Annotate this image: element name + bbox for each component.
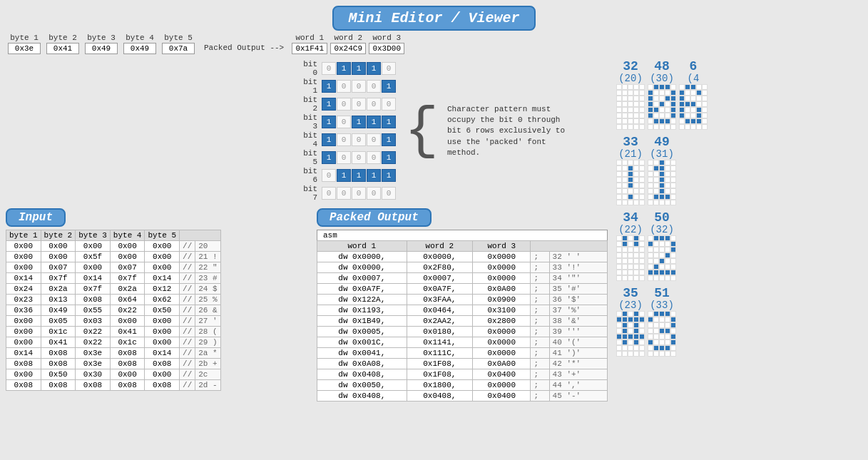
bit-cell-3-0[interactable]: 1 xyxy=(322,116,336,128)
output-cell-11-0[interactable]: dw 0x0408, xyxy=(317,369,407,380)
output-cell-6-1[interactable]: 0x2AA2, xyxy=(407,316,472,327)
input-cell-7-3[interactable]: 0x00 xyxy=(110,316,145,327)
input-cell-13-4[interactable]: 0x08 xyxy=(145,380,180,391)
bit-cell-2-0[interactable]: 1 xyxy=(322,98,336,111)
input-cell-7-0[interactable]: 0x00 xyxy=(6,316,41,327)
input-cell-2-1[interactable]: 0x07 xyxy=(41,262,76,273)
bit-cell-3-3[interactable]: 1 xyxy=(367,116,381,128)
bit-cell-0-3[interactable]: 1 xyxy=(367,62,381,75)
output-cell-3-0[interactable]: dw 0x0A7F, xyxy=(317,284,407,295)
bit-cell-2-2[interactable]: 0 xyxy=(352,98,366,111)
word2-value[interactable]: 0x24C9 xyxy=(330,43,366,54)
output-cell-9-2[interactable]: 0x0000 xyxy=(473,348,531,359)
output-cell-8-2[interactable]: 0x0000 xyxy=(473,337,531,348)
output-cell-13-2[interactable]: 0x0400 xyxy=(473,391,531,402)
bit-cell-6-2[interactable]: 1 xyxy=(352,169,366,182)
input-cell-4-4[interactable]: 0x12 xyxy=(145,284,180,295)
output-cell-4-2[interactable]: 0x0900 xyxy=(473,295,531,305)
output-cell-10-1[interactable]: 0x1F08, xyxy=(407,359,472,369)
input-cell-1-4[interactable]: 0x00 xyxy=(145,252,180,262)
input-cell-8-0[interactable]: 0x00 xyxy=(6,327,41,337)
input-cell-2-2[interactable]: 0x00 xyxy=(76,262,111,273)
bit-cell-7-4[interactable]: 0 xyxy=(382,187,396,200)
input-cell-13-3[interactable]: 0x08 xyxy=(110,380,145,391)
bit-cell-1-4[interactable]: 1 xyxy=(382,80,396,93)
byte5-value[interactable]: 0x7a xyxy=(162,43,195,54)
input-cell-1-0[interactable]: 0x00 xyxy=(6,252,41,262)
bit-cell-6-1[interactable]: 1 xyxy=(337,169,351,182)
input-cell-3-1[interactable]: 0x7f xyxy=(41,273,76,284)
output-cell-11-1[interactable]: 0x1F08, xyxy=(407,369,472,380)
bit-cell-1-1[interactable]: 0 xyxy=(337,80,351,93)
input-cell-11-0[interactable]: 0x08 xyxy=(6,359,41,369)
input-cell-11-1[interactable]: 0x08 xyxy=(41,359,76,369)
input-cell-3-0[interactable]: 0x14 xyxy=(6,273,41,284)
output-cell-1-0[interactable]: dw 0x0000, xyxy=(317,262,407,273)
output-cell-7-2[interactable]: 0x0000 xyxy=(473,327,531,337)
input-cell-1-2[interactable]: 0x5f xyxy=(76,252,111,262)
output-cell-8-0[interactable]: dw 0x001C, xyxy=(317,337,407,348)
word3-value[interactable]: 0x3D00 xyxy=(369,43,404,54)
bit-cell-5-0[interactable]: 1 xyxy=(322,151,336,164)
output-cell-13-1[interactable]: 0x0408, xyxy=(407,391,472,402)
output-cell-1-1[interactable]: 0x2F80, xyxy=(407,262,472,273)
output-cell-12-1[interactable]: 0x1800, xyxy=(407,380,472,391)
byte4-value[interactable]: 0x49 xyxy=(123,43,156,54)
input-cell-5-0[interactable]: 0x23 xyxy=(6,295,41,305)
output-cell-0-2[interactable]: 0x0000 xyxy=(473,252,531,262)
bit-cell-0-4[interactable]: 0 xyxy=(382,62,396,75)
input-cell-12-1[interactable]: 0x50 xyxy=(41,369,76,380)
input-cell-5-1[interactable]: 0x13 xyxy=(41,295,76,305)
bit-cell-2-3[interactable]: 0 xyxy=(367,98,381,111)
input-cell-6-3[interactable]: 0x22 xyxy=(110,305,145,316)
output-cell-6-0[interactable]: dw 0x1B49, xyxy=(317,316,407,327)
input-cell-9-0[interactable]: 0x00 xyxy=(6,337,41,348)
input-cell-13-1[interactable]: 0x08 xyxy=(41,380,76,391)
word1-value[interactable]: 0x1F41 xyxy=(292,43,327,54)
input-cell-12-4[interactable]: 0x00 xyxy=(145,369,180,380)
input-cell-8-4[interactable]: 0x00 xyxy=(145,327,180,337)
output-cell-10-2[interactable]: 0x0A00 xyxy=(473,359,531,369)
bit-cell-5-3[interactable]: 0 xyxy=(367,151,381,164)
input-cell-7-1[interactable]: 0x05 xyxy=(41,316,76,327)
bit-cell-1-2[interactable]: 0 xyxy=(352,80,366,93)
byte2-value[interactable]: 0x41 xyxy=(46,43,79,54)
output-cell-7-0[interactable]: dw 0x0005, xyxy=(317,327,407,337)
input-cell-12-3[interactable]: 0x00 xyxy=(110,369,145,380)
input-cell-5-2[interactable]: 0x08 xyxy=(76,295,111,305)
bit-cell-1-0[interactable]: 1 xyxy=(322,80,336,93)
output-cell-11-2[interactable]: 0x0400 xyxy=(473,369,531,380)
input-cell-13-2[interactable]: 0x08 xyxy=(76,380,111,391)
input-cell-2-3[interactable]: 0x07 xyxy=(110,262,145,273)
input-cell-4-0[interactable]: 0x24 xyxy=(6,284,41,295)
byte1-value[interactable]: 0x3e xyxy=(8,43,41,54)
bit-cell-4-0[interactable]: 1 xyxy=(322,133,336,146)
bit-cell-7-0[interactable]: 0 xyxy=(322,187,336,200)
input-cell-6-1[interactable]: 0x49 xyxy=(41,305,76,316)
input-cell-5-3[interactable]: 0x64 xyxy=(110,295,145,305)
bit-cell-6-0[interactable]: 0 xyxy=(322,169,336,182)
input-cell-8-2[interactable]: 0x22 xyxy=(76,327,111,337)
input-cell-4-1[interactable]: 0x2a xyxy=(41,284,76,295)
input-cell-12-2[interactable]: 0x30 xyxy=(76,369,111,380)
input-cell-9-1[interactable]: 0x41 xyxy=(41,337,76,348)
input-cell-0-1[interactable]: 0x00 xyxy=(41,241,76,252)
input-cell-7-4[interactable]: 0x00 xyxy=(145,316,180,327)
input-cell-11-2[interactable]: 0x3e xyxy=(76,359,111,369)
output-cell-8-1[interactable]: 0x1141, xyxy=(407,337,472,348)
bit-cell-0-2[interactable]: 1 xyxy=(352,62,366,75)
output-cell-5-0[interactable]: dw 0x1193, xyxy=(317,305,407,316)
bit-cell-4-2[interactable]: 0 xyxy=(352,133,366,146)
bit-cell-7-2[interactable]: 0 xyxy=(352,187,366,200)
bit-cell-5-1[interactable]: 0 xyxy=(337,151,351,164)
bit-cell-3-4[interactable]: 1 xyxy=(382,116,396,128)
input-cell-13-0[interactable]: 0x08 xyxy=(6,380,41,391)
input-cell-5-4[interactable]: 0x62 xyxy=(145,295,180,305)
input-cell-8-1[interactable]: 0x1c xyxy=(41,327,76,337)
output-cell-1-2[interactable]: 0x0000 xyxy=(473,262,531,273)
bit-cell-1-3[interactable]: 0 xyxy=(367,80,381,93)
bit-cell-3-2[interactable]: 1 xyxy=(352,116,366,128)
input-cell-10-4[interactable]: 0x14 xyxy=(145,348,180,359)
bit-cell-7-1[interactable]: 0 xyxy=(337,187,351,200)
bit-cell-0-0[interactable]: 0 xyxy=(322,62,336,75)
